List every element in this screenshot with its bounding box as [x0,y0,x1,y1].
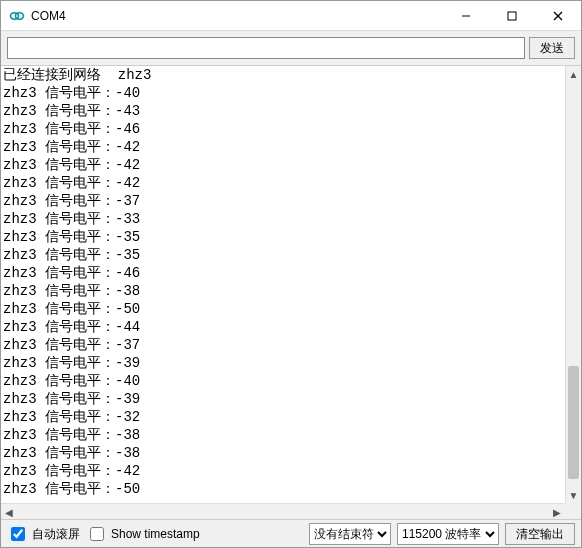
output-area: 已经连接到网络 zhz3 zhz3 信号电平：-40 zhz3 信号电平：-43… [1,66,581,520]
serial-input[interactable] [7,37,525,59]
scroll-right-icon[interactable]: ▶ [549,504,565,520]
line-ending-select[interactable]: 没有结束符 [309,523,391,545]
autoscroll-checkbox[interactable] [11,527,25,541]
vertical-scrollbar[interactable]: ▲ ▼ [565,66,581,503]
window-title: COM4 [31,9,443,23]
serial-output: 已经连接到网络 zhz3 zhz3 信号电平：-40 zhz3 信号电平：-43… [1,66,565,503]
footer: 自动滚屏 Show timestamp 没有结束符 115200 波特率 清空输… [1,520,581,548]
autoscroll-checkbox-label[interactable]: 自动滚屏 [7,524,80,544]
window-controls [443,1,581,30]
timestamp-checkbox-label[interactable]: Show timestamp [86,524,200,544]
scroll-corner [565,503,581,519]
scroll-thumb[interactable] [568,366,579,479]
maximize-button[interactable] [489,1,535,30]
clear-output-button[interactable]: 清空输出 [505,523,575,545]
send-button[interactable]: 发送 [529,37,575,59]
app-icon [9,8,25,24]
svg-point-1 [16,12,24,18]
titlebar: COM4 [1,1,581,31]
minimize-button[interactable] [443,1,489,30]
scroll-down-icon[interactable]: ▼ [566,487,581,503]
autoscroll-text: 自动滚屏 [32,526,80,543]
baud-select[interactable]: 115200 波特率 [397,523,499,545]
horizontal-scrollbar[interactable]: ◀ ▶ [1,503,565,519]
close-button[interactable] [535,1,581,30]
scroll-up-icon[interactable]: ▲ [566,66,581,82]
timestamp-checkbox[interactable] [90,527,104,541]
timestamp-text: Show timestamp [111,527,200,541]
send-row: 发送 [1,31,581,66]
svg-rect-3 [508,12,516,20]
scroll-left-icon[interactable]: ◀ [1,504,17,520]
